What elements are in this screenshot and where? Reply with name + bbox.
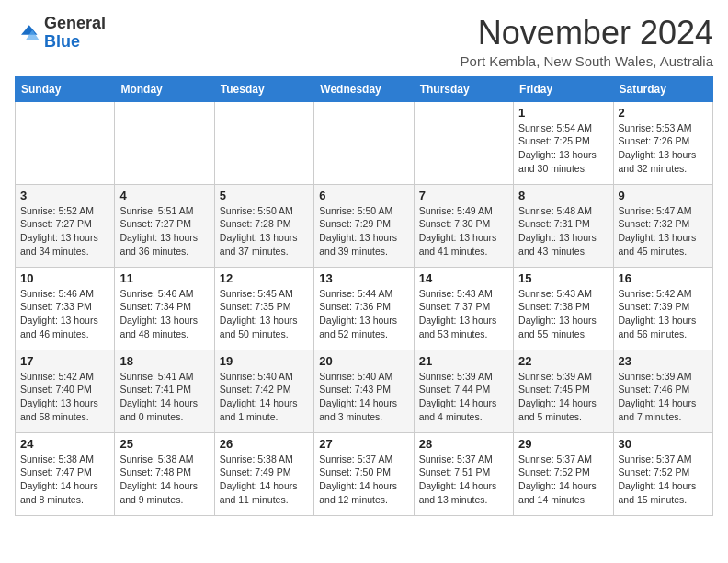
day-cell: 20Sunrise: 5:40 AM Sunset: 7:43 PM Dayli…	[314, 350, 414, 432]
day-info: Sunrise: 5:49 AM Sunset: 7:30 PM Dayligh…	[419, 204, 508, 259]
weekday-header-saturday: Saturday	[613, 76, 712, 101]
day-cell: 28Sunrise: 5:37 AM Sunset: 7:51 PM Dayli…	[414, 432, 513, 515]
day-number: 3	[20, 189, 109, 202]
weekday-header-wednesday: Wednesday	[314, 76, 414, 101]
day-info: Sunrise: 5:54 AM Sunset: 7:25 PM Dayligh…	[518, 121, 608, 176]
day-cell	[115, 101, 214, 184]
day-cell: 3Sunrise: 5:52 AM Sunset: 7:27 PM Daylig…	[16, 184, 115, 267]
day-cell: 21Sunrise: 5:39 AM Sunset: 7:44 PM Dayli…	[414, 350, 513, 432]
day-info: Sunrise: 5:50 AM Sunset: 7:28 PM Dayligh…	[220, 204, 309, 259]
week-row-3: 17Sunrise: 5:42 AM Sunset: 7:40 PM Dayli…	[16, 350, 713, 432]
day-info: Sunrise: 5:42 AM Sunset: 7:40 PM Dayligh…	[20, 370, 109, 424]
day-cell: 12Sunrise: 5:45 AM Sunset: 7:35 PM Dayli…	[214, 267, 313, 350]
day-number: 7	[419, 189, 508, 202]
day-info: Sunrise: 5:53 AM Sunset: 7:26 PM Dayligh…	[619, 121, 708, 176]
calendar-table: SundayMondayTuesdayWednesdayThursdayFrid…	[15, 76, 713, 516]
logo: General Blue	[15, 15, 106, 52]
day-info: Sunrise: 5:37 AM Sunset: 7:51 PM Dayligh…	[419, 453, 508, 507]
weekday-header-tuesday: Tuesday	[214, 76, 313, 101]
day-cell: 25Sunrise: 5:38 AM Sunset: 7:48 PM Dayli…	[115, 432, 214, 515]
day-cell: 13Sunrise: 5:44 AM Sunset: 7:36 PM Dayli…	[314, 267, 414, 350]
day-info: Sunrise: 5:37 AM Sunset: 7:52 PM Dayligh…	[619, 453, 708, 507]
day-info: Sunrise: 5:37 AM Sunset: 7:52 PM Dayligh…	[518, 453, 608, 507]
day-info: Sunrise: 5:45 AM Sunset: 7:35 PM Dayligh…	[220, 287, 309, 341]
day-cell: 10Sunrise: 5:46 AM Sunset: 7:33 PM Dayli…	[16, 267, 115, 350]
day-cell: 15Sunrise: 5:43 AM Sunset: 7:38 PM Dayli…	[514, 267, 613, 350]
day-cell: 7Sunrise: 5:49 AM Sunset: 7:30 PM Daylig…	[414, 184, 513, 267]
day-number: 14	[419, 271, 508, 285]
day-number: 24	[20, 437, 109, 451]
logo-icon	[15, 20, 40, 46]
day-cell	[414, 101, 513, 184]
day-number: 16	[619, 271, 708, 285]
day-info: Sunrise: 5:52 AM Sunset: 7:27 PM Dayligh…	[20, 204, 109, 259]
day-number: 11	[119, 271, 209, 285]
day-cell: 9Sunrise: 5:47 AM Sunset: 7:32 PM Daylig…	[613, 184, 712, 267]
day-info: Sunrise: 5:43 AM Sunset: 7:37 PM Dayligh…	[419, 287, 508, 341]
day-info: Sunrise: 5:38 AM Sunset: 7:49 PM Dayligh…	[220, 453, 309, 507]
day-info: Sunrise: 5:48 AM Sunset: 7:31 PM Dayligh…	[518, 204, 608, 259]
location-title: Port Kembla, New South Wales, Australia	[461, 53, 713, 69]
day-cell: 2Sunrise: 5:53 AM Sunset: 7:26 PM Daylig…	[613, 101, 712, 184]
day-number: 20	[319, 354, 408, 368]
day-cell: 30Sunrise: 5:37 AM Sunset: 7:52 PM Dayli…	[613, 432, 712, 515]
weekday-header-monday: Monday	[115, 76, 214, 101]
day-number: 8	[518, 189, 608, 202]
day-info: Sunrise: 5:40 AM Sunset: 7:43 PM Dayligh…	[319, 370, 408, 424]
day-cell: 26Sunrise: 5:38 AM Sunset: 7:49 PM Dayli…	[214, 432, 313, 515]
day-cell: 19Sunrise: 5:40 AM Sunset: 7:42 PM Dayli…	[214, 350, 313, 432]
month-title: November 2024	[461, 15, 713, 52]
day-cell: 16Sunrise: 5:42 AM Sunset: 7:39 PM Dayli…	[613, 267, 712, 350]
day-info: Sunrise: 5:38 AM Sunset: 7:48 PM Dayligh…	[119, 453, 209, 507]
title-area: November 2024 Port Kembla, New South Wal…	[461, 15, 713, 69]
day-number: 4	[119, 189, 209, 202]
header: General Blue November 2024 Port Kembla, …	[15, 15, 713, 69]
week-row-0: 1Sunrise: 5:54 AM Sunset: 7:25 PM Daylig…	[16, 101, 713, 184]
day-info: Sunrise: 5:38 AM Sunset: 7:47 PM Dayligh…	[20, 453, 109, 507]
day-cell: 24Sunrise: 5:38 AM Sunset: 7:47 PM Dayli…	[16, 432, 115, 515]
logo-text: General Blue	[44, 15, 106, 52]
week-row-2: 10Sunrise: 5:46 AM Sunset: 7:33 PM Dayli…	[16, 267, 713, 350]
day-info: Sunrise: 5:46 AM Sunset: 7:33 PM Dayligh…	[20, 287, 109, 341]
day-cell: 6Sunrise: 5:50 AM Sunset: 7:29 PM Daylig…	[314, 184, 414, 267]
day-cell: 18Sunrise: 5:41 AM Sunset: 7:41 PM Dayli…	[115, 350, 214, 432]
week-row-1: 3Sunrise: 5:52 AM Sunset: 7:27 PM Daylig…	[16, 184, 713, 267]
weekday-header-friday: Friday	[514, 76, 613, 101]
day-number: 1	[518, 106, 608, 120]
day-cell: 17Sunrise: 5:42 AM Sunset: 7:40 PM Dayli…	[16, 350, 115, 432]
day-cell: 29Sunrise: 5:37 AM Sunset: 7:52 PM Dayli…	[514, 432, 613, 515]
day-number: 19	[220, 354, 309, 368]
day-cell: 5Sunrise: 5:50 AM Sunset: 7:28 PM Daylig…	[214, 184, 313, 267]
day-number: 5	[220, 189, 309, 202]
day-cell: 4Sunrise: 5:51 AM Sunset: 7:27 PM Daylig…	[115, 184, 214, 267]
day-info: Sunrise: 5:46 AM Sunset: 7:34 PM Dayligh…	[119, 287, 209, 341]
day-cell: 23Sunrise: 5:39 AM Sunset: 7:46 PM Dayli…	[613, 350, 712, 432]
day-cell: 14Sunrise: 5:43 AM Sunset: 7:37 PM Dayli…	[414, 267, 513, 350]
day-number: 21	[419, 354, 508, 368]
day-cell: 11Sunrise: 5:46 AM Sunset: 7:34 PM Dayli…	[115, 267, 214, 350]
day-info: Sunrise: 5:51 AM Sunset: 7:27 PM Dayligh…	[119, 204, 209, 259]
weekday-header-sunday: Sunday	[16, 76, 115, 101]
day-number: 23	[619, 354, 708, 368]
day-info: Sunrise: 5:43 AM Sunset: 7:38 PM Dayligh…	[518, 287, 608, 341]
day-cell: 1Sunrise: 5:54 AM Sunset: 7:25 PM Daylig…	[514, 101, 613, 184]
day-info: Sunrise: 5:39 AM Sunset: 7:46 PM Dayligh…	[619, 370, 708, 424]
day-cell	[16, 101, 115, 184]
day-number: 25	[119, 437, 209, 451]
day-cell: 8Sunrise: 5:48 AM Sunset: 7:31 PM Daylig…	[514, 184, 613, 267]
day-info: Sunrise: 5:39 AM Sunset: 7:45 PM Dayligh…	[518, 370, 608, 424]
day-number: 26	[220, 437, 309, 451]
day-number: 29	[518, 437, 608, 451]
day-number: 28	[419, 437, 508, 451]
weekday-header-thursday: Thursday	[414, 76, 513, 101]
day-cell: 22Sunrise: 5:39 AM Sunset: 7:45 PM Dayli…	[514, 350, 613, 432]
day-number: 17	[20, 354, 109, 368]
day-number: 30	[619, 437, 708, 451]
day-number: 10	[20, 271, 109, 285]
weekday-header-row: SundayMondayTuesdayWednesdayThursdayFrid…	[16, 76, 713, 101]
day-number: 2	[619, 106, 708, 120]
week-row-4: 24Sunrise: 5:38 AM Sunset: 7:47 PM Dayli…	[16, 432, 713, 515]
day-info: Sunrise: 5:40 AM Sunset: 7:42 PM Dayligh…	[220, 370, 309, 424]
day-info: Sunrise: 5:44 AM Sunset: 7:36 PM Dayligh…	[319, 287, 408, 341]
day-number: 18	[119, 354, 209, 368]
